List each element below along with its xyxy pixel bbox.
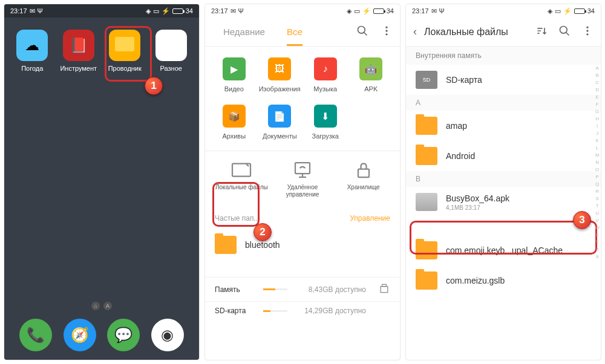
sort-icon[interactable] [535, 25, 548, 39]
images-icon: 🖼 [268, 57, 291, 80]
messages-app[interactable]: 💬 [107, 319, 140, 351]
badge-3: 3 [573, 211, 591, 229]
svg-point-0 [358, 26, 365, 33]
explorer-icon [109, 30, 140, 61]
signal-icon: ▭ [555, 7, 561, 15]
cat-music[interactable]: ♪Музыка [302, 57, 348, 93]
home-dot-icon[interactable]: ⌂ [91, 302, 100, 310]
music-icon: ♪ [314, 57, 337, 80]
svg-point-18 [586, 30, 588, 31]
svg-rect-9 [358, 169, 369, 178]
lightning-icon: ⚡ [362, 7, 371, 15]
dock: 📞 🧭 💬 ◉ [4, 319, 199, 351]
memory-sd[interactable]: SD-карта 14,29GB доступно [205, 301, 400, 320]
lightning-icon: ⚡ [563, 7, 572, 15]
page-dot-a[interactable]: A [103, 302, 112, 310]
usb-icon: Ψ [439, 7, 445, 15]
sd-card-item[interactable]: SD SD-карта [406, 65, 601, 95]
mail-icon: ✉ [30, 7, 35, 15]
storage-remote[interactable]: Удалённое управление [272, 161, 333, 198]
svg-point-15 [560, 26, 567, 33]
search-icon[interactable] [558, 25, 571, 39]
svg-point-2 [385, 26, 387, 28]
phone-app[interactable]: 📞 [19, 319, 52, 351]
cat-download[interactable]: ⬇Загрузка [302, 105, 348, 140]
cat-documents[interactable]: 📄Документы [257, 105, 303, 140]
cat-archives[interactable]: 📦Архивы [211, 105, 257, 140]
badge-1: 1 [145, 77, 163, 95]
category-grid: ▶Видео 🖼Изображения ♪Музыка 🤖APK 📦Архивы… [205, 47, 400, 151]
folder-icon [215, 236, 237, 254]
tab-recent[interactable]: Недавние [212, 18, 276, 46]
weather-icon: ☁ [16, 30, 48, 61]
svg-rect-10 [381, 287, 388, 293]
apk-icon: 🤖 [359, 57, 382, 80]
battery-icon [574, 8, 585, 14]
home-grid: ☁ Погода 📕 Инструмент Проводник Разное [4, 18, 199, 84]
folder-emoji[interactable]: com.emoji.keyb...upal_ACache [406, 235, 601, 265]
wifi-icon: ◈ [146, 7, 151, 15]
cat-images[interactable]: 🖼Изображения [257, 57, 303, 93]
documents-icon: 📄 [268, 105, 291, 128]
lightning-icon: ⚡ [162, 7, 170, 15]
usb-icon: Ψ [38, 7, 43, 15]
weather-label: Погода [21, 65, 43, 72]
manage-link[interactable]: Управление [350, 214, 390, 223]
cleanup-icon[interactable] [378, 282, 390, 296]
wifi-icon: ◈ [347, 7, 352, 15]
badge-2: 2 [253, 223, 272, 241]
misc-label: Разное [160, 65, 182, 72]
apk-file-icon [416, 193, 437, 211]
file-busybox[interactable]: BusyBox_64.apk 4,1MB 23:17 [406, 187, 601, 217]
status-bar: 23:17 ✉ Ψ ◈ ▭ ⚡ 34 [406, 4, 601, 18]
alphabet-index[interactable]: A B C D E F G H I J K L M N O P Q R S T … [595, 65, 600, 261]
folder-bluetooth[interactable]: bluetooth [205, 229, 400, 261]
tools-app[interactable]: 📕 Инструмент [58, 30, 100, 72]
menu-icon[interactable] [581, 25, 594, 39]
tab-all[interactable]: Все [276, 18, 313, 46]
memory-internal[interactable]: Память 8,43GB доступно [205, 277, 400, 301]
svg-line-16 [566, 32, 569, 35]
battery-icon [373, 8, 384, 14]
explorer-app[interactable]: Проводник [104, 30, 146, 72]
browser-app[interactable]: 🧭 [64, 319, 96, 351]
storage-local[interactable]: Локальные файлы [211, 161, 272, 198]
signal-icon: ▭ [354, 7, 360, 15]
mail-icon: ✉ [431, 7, 437, 15]
file-list: SD SD-карта A amap Android B BusyBox_64.… [406, 65, 601, 296]
misc-icon [155, 30, 187, 61]
svg-point-19 [586, 33, 588, 35]
status-bar: 23:17 ✉ Ψ ◈ ▭ ⚡ 34 [205, 4, 400, 18]
misc-app[interactable]: Разное [151, 30, 192, 72]
section-frequent: Частые пап... Управление [205, 208, 400, 229]
folder-meizu[interactable]: com.meizu.gslb [406, 265, 601, 296]
svg-rect-11 [382, 284, 387, 286]
folder-icon [416, 241, 437, 259]
weather-app[interactable]: ☁ Погода [11, 30, 53, 72]
breadcrumb[interactable]: Внутренняя память [406, 47, 601, 65]
archives-icon: 📦 [223, 105, 246, 128]
search-icon[interactable] [356, 25, 368, 39]
frequent-label: Частые пап... [215, 214, 260, 223]
header: ‹ Локальные файлы [406, 18, 601, 47]
svg-rect-6 [295, 163, 310, 174]
storage-vault[interactable]: Хранилище [333, 161, 394, 198]
battery-icon [172, 8, 183, 14]
folder-amap[interactable]: amap [406, 111, 601, 141]
cat-apk[interactable]: 🤖APK [348, 57, 394, 93]
battery-percent: 34 [387, 7, 394, 15]
memory-bar-sd [263, 310, 287, 312]
svg-point-4 [385, 33, 387, 35]
download-icon: ⬇ [314, 105, 337, 128]
back-icon[interactable]: ‹ [413, 25, 417, 38]
explorer-label: Проводник [108, 65, 142, 72]
status-time: 23:17 [10, 7, 27, 15]
phone-file-manager: 23:17 ✉ Ψ ◈ ▭ ⚡ 34 Недавние Все ▶Видео 🖼… [205, 4, 400, 360]
page-title: Локальные файлы [424, 27, 528, 37]
menu-icon[interactable] [381, 25, 393, 39]
camera-app[interactable]: ◉ [151, 319, 184, 351]
lock-icon [353, 161, 374, 179]
battery-percent: 34 [186, 7, 193, 15]
cat-video[interactable]: ▶Видео [211, 57, 257, 93]
folder-android[interactable]: Android [406, 141, 601, 171]
